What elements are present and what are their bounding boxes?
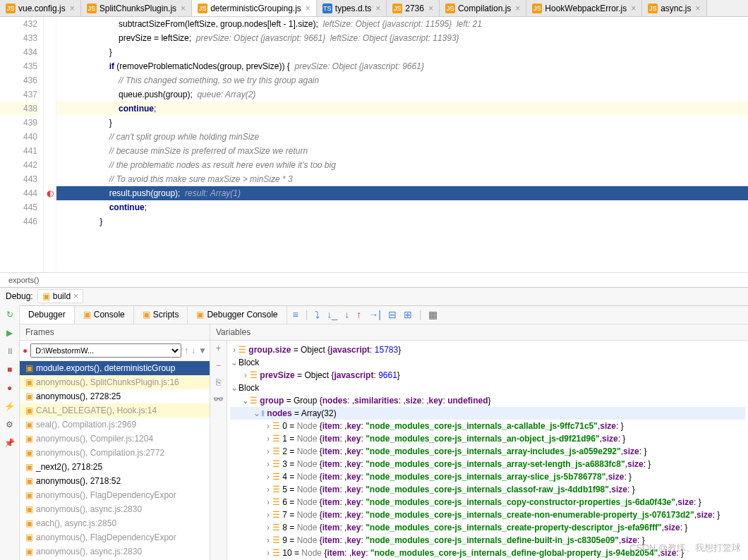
stack-frame[interactable]: ▣anonymous(), Compilation.js:2772: [20, 446, 210, 460]
run-to-cursor-icon[interactable]: →|: [368, 309, 381, 320]
pin-icon[interactable]: 📌: [4, 437, 16, 449]
file-type-icon: JS: [87, 4, 97, 13]
stack-frame[interactable]: ▣anonymous(), SplitChunksPlugin.js:16: [20, 375, 210, 389]
file-tab[interactable]: JS2736×: [387, 0, 440, 16]
step-toolbar: ≡ | ⤵ ↓_ ↓ ↑ →| ⊟ ⊞ | ▦: [287, 309, 444, 320]
resume-icon[interactable]: ▶: [4, 327, 16, 339]
line-gutter: 4324334344354364374384394404414424434444…: [0, 17, 44, 272]
stack-frame[interactable]: ▣anonymous(), FlagDependencyExpor: [20, 530, 210, 544]
tab-scripts[interactable]: ▣Scripts: [134, 306, 188, 324]
pause-icon[interactable]: ⏸: [4, 345, 16, 358]
more-icon[interactable]: ⊞: [404, 309, 412, 320]
debug-header: Debug: ▣build×: [0, 287, 748, 305]
file-tab[interactable]: TStypes.d.ts×: [317, 0, 387, 16]
frame-icon: ▣: [25, 391, 33, 401]
stack-frame[interactable]: ▣anonymous(), async.js:2830: [20, 502, 210, 516]
step-out-icon[interactable]: ↑: [356, 309, 361, 320]
stack-frame[interactable]: ▣_next2(), 2718:25: [20, 460, 210, 474]
file-tab[interactable]: JSdeterministicGrouping.js×: [192, 0, 317, 16]
file-type-icon: JS: [392, 4, 402, 13]
build-config-tab[interactable]: ▣build×: [37, 289, 83, 303]
step-over-icon[interactable]: ⤵: [315, 309, 320, 320]
file-tab[interactable]: JSasync.js×: [642, 0, 706, 16]
stack-frame[interactable]: ▣anonymous(), 2718:52: [20, 474, 210, 488]
prev-frame-icon[interactable]: ↑: [184, 346, 188, 355]
frame-icon: ▣: [25, 504, 33, 514]
file-type-icon: JS: [445, 4, 455, 13]
rerun-icon[interactable]: ↻: [4, 308, 16, 321]
tab-debugger-console[interactable]: ▣Debugger Console: [188, 306, 286, 324]
variables-header: Variables: [210, 324, 748, 341]
stack-frame[interactable]: ▣seal(), Compilation.js:2969: [20, 418, 210, 432]
thread-selector[interactable]: D:\WebstormW...: [30, 343, 181, 358]
close-icon[interactable]: ×: [306, 4, 310, 13]
frame-icon: ▣: [25, 434, 33, 444]
file-tab[interactable]: JSCompilation.js×: [440, 0, 526, 16]
frame-icon: ▣: [25, 406, 33, 415]
frames-header: Frames: [20, 324, 210, 341]
variables-tree[interactable]: ›☰ group.size = Object {javascript: 1578…: [227, 341, 748, 561]
frame-list[interactable]: ▣module.exports(), deterministicGroup▣an…: [20, 361, 210, 561]
grid-icon[interactable]: ▦: [428, 309, 438, 320]
stop-icon[interactable]: ■: [4, 363, 16, 376]
close-icon[interactable]: ×: [631, 4, 636, 13]
close-icon[interactable]: ×: [428, 4, 433, 13]
view-breakpoints-icon[interactable]: ●: [4, 382, 16, 394]
file-tab[interactable]: JSHookWebpackError.js×: [526, 0, 642, 16]
code-editor: 4324334344354364374384394404414424434444…: [0, 17, 748, 272]
stack-frame[interactable]: ▣each(), async.js:2850: [20, 516, 210, 530]
debug-side-toolbar: ↻ ▶ ⏸ ■ ● ⚡ ⚙ 📌: [0, 305, 20, 561]
file-type-icon: JS: [198, 4, 207, 13]
next-frame-icon[interactable]: ↓: [191, 346, 195, 355]
file-type-icon: JS: [6, 4, 16, 13]
thread-indicator-icon: ●: [23, 346, 28, 355]
frame-icon: ▣: [25, 476, 33, 486]
close-icon[interactable]: ×: [70, 4, 75, 13]
stack-frame[interactable]: ▣module.exports(), deterministicGroup: [20, 361, 210, 375]
close-icon[interactable]: ×: [375, 4, 380, 13]
debug-panes: Frames ● D:\WebstormW... ↑ ↓ ▼ ▣module.e…: [20, 324, 748, 561]
step-into-icon[interactable]: ↓_: [327, 309, 337, 320]
stack-frame[interactable]: ▣anonymous(), FlagDependencyExpor: [20, 488, 210, 502]
editor-tabs: JSvue.config.js×JSSplitChunksPlugin.js×J…: [0, 0, 748, 17]
watermark: CSDN @教练、我想打篮球: [629, 542, 741, 554]
close-icon[interactable]: ×: [181, 4, 186, 13]
stack-frame[interactable]: ▣CALL_DELEGATE(), Hook.js:14: [20, 403, 210, 418]
frame-icon: ▣: [25, 462, 33, 472]
frame-icon: ▣: [25, 547, 33, 556]
file-type-icon: JS: [532, 4, 542, 13]
code-area[interactable]: subtractSizeFrom(leftSize, group.nodes[l…: [56, 17, 748, 272]
mute-breakpoints-icon[interactable]: ⚡: [4, 400, 16, 413]
frame-icon: ▣: [25, 490, 33, 500]
frames-pane: Frames ● D:\WebstormW... ↑ ↓ ▼ ▣module.e…: [20, 324, 210, 561]
tab-console[interactable]: ▣Console: [75, 306, 134, 324]
stack-frame[interactable]: ▣anonymous(), async.js:2830: [20, 544, 210, 559]
close-icon[interactable]: ×: [515, 4, 520, 13]
frame-icon: ▣: [25, 420, 33, 430]
tab-debugger[interactable]: Debugger: [20, 306, 75, 324]
show-exec-icon[interactable]: ≡: [293, 309, 298, 320]
breadcrumb[interactable]: exports(): [0, 272, 748, 287]
frame-icon: ▣: [25, 363, 33, 373]
frame-icon: ▣: [25, 518, 33, 528]
stack-frame[interactable]: ▣anonymous(), 2728:25: [20, 389, 210, 403]
settings-icon[interactable]: ⚙: [4, 418, 16, 431]
marks-gutter: ◐: [44, 17, 56, 272]
remove-watch-icon[interactable]: −: [216, 360, 221, 370]
stack-frame[interactable]: ▣anonymous(), Compiler.js:1204: [20, 432, 210, 446]
eval-icon[interactable]: ⊟: [388, 309, 397, 320]
frame-icon: ▣: [25, 377, 33, 387]
vars-toolbar: + − ⎘ 👓: [210, 341, 227, 561]
copy-icon[interactable]: ⎘: [216, 377, 221, 387]
filter-icon[interactable]: ▼: [198, 346, 207, 355]
file-type-icon: TS: [322, 4, 332, 13]
force-step-into-icon[interactable]: ↓: [344, 309, 349, 320]
glasses-icon[interactable]: 👓: [213, 394, 224, 404]
variables-pane: Variables + − ⎘ 👓 ›☰ group.size = Object…: [210, 324, 748, 561]
close-icon[interactable]: ×: [696, 4, 701, 13]
frames-toolbar: ● D:\WebstormW... ↑ ↓ ▼: [20, 341, 210, 361]
debug-label: Debug:: [6, 291, 33, 301]
add-watch-icon[interactable]: +: [216, 343, 221, 353]
file-tab[interactable]: JSSplitChunksPlugin.js×: [81, 0, 192, 16]
file-tab[interactable]: JSvue.config.js×: [0, 0, 81, 16]
